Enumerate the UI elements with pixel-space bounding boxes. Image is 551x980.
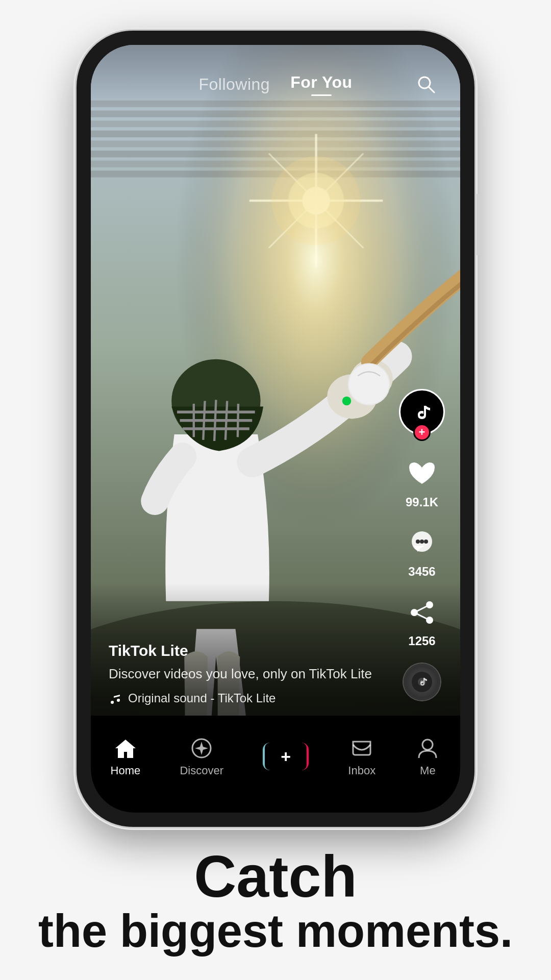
- nav-discover[interactable]: Discover: [180, 736, 223, 777]
- svg-point-16: [271, 156, 360, 245]
- nav-home-label: Home: [111, 764, 141, 777]
- tab-for-you[interactable]: For You: [290, 73, 352, 91]
- username: TikTok Lite: [109, 642, 384, 659]
- nav-inbox-label: Inbox: [348, 764, 375, 777]
- comment-action[interactable]: 3456: [404, 525, 440, 579]
- svg-point-30: [424, 540, 428, 544]
- share-icon: [407, 597, 437, 628]
- nav-discover-label: Discover: [180, 764, 223, 777]
- discover-icon: [189, 736, 214, 761]
- avatar-container[interactable]: +: [399, 389, 445, 435]
- share-count: 1256: [408, 634, 435, 648]
- screen-header: Following For You: [91, 45, 460, 111]
- nav-me-label: Me: [420, 764, 436, 777]
- footer-text: Catch the biggest moments.: [38, 847, 513, 957]
- tab-underline: [311, 94, 332, 96]
- inbox-icon: [349, 736, 374, 761]
- nav-tabs: Following For You: [198, 73, 352, 96]
- share-action[interactable]: 1256: [404, 594, 440, 648]
- sidebar-actions: + 99.1K: [399, 389, 445, 700]
- follow-plus-badge[interactable]: +: [413, 424, 431, 441]
- sound-name: Original sound - TikTok Lite: [128, 691, 276, 705]
- like-count: 99.1K: [406, 495, 438, 509]
- bottom-content: TikTok Lite Discover videos you love, on…: [109, 642, 384, 705]
- like-action[interactable]: 99.1K: [404, 455, 440, 509]
- add-button[interactable]: +: [263, 743, 309, 770]
- comment-count: 3456: [408, 565, 435, 579]
- comment-icon-container: [404, 525, 440, 561]
- music-note-icon: [109, 691, 123, 705]
- svg-line-36: [414, 612, 430, 620]
- tiktok-small-icon: [412, 672, 432, 692]
- catch-headline: Catch: [38, 847, 513, 906]
- comment-icon: [407, 528, 437, 558]
- nav-add[interactable]: +: [263, 743, 309, 770]
- heart-icon: [407, 458, 437, 489]
- nav-inbox[interactable]: Inbox: [348, 736, 375, 777]
- nav-me[interactable]: Me: [415, 736, 440, 777]
- svg-point-21: [349, 364, 389, 404]
- svg-line-25: [429, 87, 434, 92]
- svg-point-28: [416, 540, 420, 544]
- page-container: Following For You: [0, 0, 551, 957]
- bottom-nav: Home Discover +: [91, 716, 460, 813]
- svg-point-23: [342, 397, 351, 405]
- music-disc: [404, 664, 440, 700]
- search-button[interactable]: [415, 73, 437, 97]
- like-icon-container: [404, 455, 440, 492]
- tab-following[interactable]: Following: [198, 75, 270, 94]
- add-icon: +: [281, 747, 291, 767]
- phone-wrapper: Following For You: [77, 31, 474, 827]
- sound-info[interactable]: Original sound - TikTok Lite: [109, 691, 384, 705]
- home-icon: [113, 736, 138, 761]
- share-icon-container: [404, 594, 440, 631]
- video-description: Discover videos you love, only on TikTok…: [109, 665, 384, 683]
- music-action[interactable]: [404, 664, 440, 700]
- svg-line-35: [414, 605, 430, 612]
- svg-point-41: [422, 740, 433, 750]
- tab-for-you-container: For You: [290, 73, 352, 96]
- tiktok-logo-icon: [407, 397, 437, 427]
- moments-headline: the biggest moments.: [38, 906, 513, 957]
- profile-icon: [415, 736, 440, 761]
- nav-home[interactable]: Home: [111, 736, 141, 777]
- svg-point-29: [420, 540, 424, 544]
- phone-screen: Following For You: [91, 45, 460, 813]
- search-icon: [415, 73, 437, 95]
